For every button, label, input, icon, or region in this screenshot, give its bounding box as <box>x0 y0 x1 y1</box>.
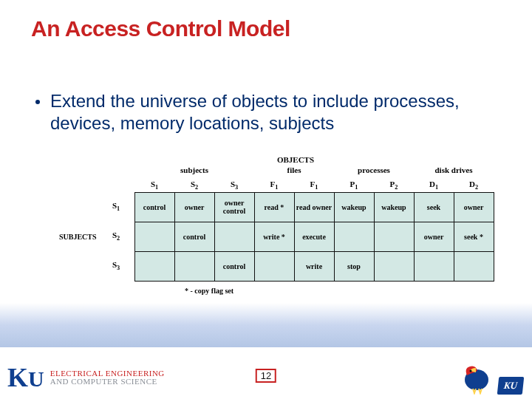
col-header: D2 <box>454 179 494 192</box>
matrix-cell <box>174 251 215 282</box>
matrix-cell <box>414 251 454 282</box>
group-subjects: subjects <box>134 166 254 179</box>
matrix-grid: subjects files processes disk drives S1 … <box>59 166 495 281</box>
matrix-cell <box>334 222 375 252</box>
matrix-cell <box>254 251 295 282</box>
col-header: S2 <box>174 179 214 192</box>
col-header: P2 <box>374 179 414 192</box>
matrix-cell: owner control <box>214 192 255 222</box>
slide-title: An Access Control Model <box>31 16 290 41</box>
col-header: S3 <box>214 179 254 192</box>
matrix-cell <box>374 251 415 282</box>
col-header: F1 <box>254 179 294 192</box>
access-matrix: OBJECTS subjects files processes disk dr… <box>59 155 495 295</box>
bullet-text: Extend the universe of objects to includ… <box>50 90 502 134</box>
matrix-cell: seek <box>414 192 454 222</box>
group-files: files <box>254 166 334 179</box>
row-header: S3 <box>98 260 134 271</box>
matrix-cell <box>454 251 494 282</box>
matrix-cell: write <box>294 251 335 282</box>
matrix-cell: control <box>134 192 175 222</box>
col-header: S1 <box>134 179 174 192</box>
footer-left: KU ELECTRICAL ENGINEERING AND COMPUTER S… <box>7 362 165 393</box>
matrix-footnote: * - copy flag set <box>185 287 495 295</box>
row-header: S2 <box>98 231 134 242</box>
matrix-cell <box>134 251 175 282</box>
matrix-cell: wakeup <box>334 192 375 222</box>
matrix-cell: owner <box>454 192 494 222</box>
matrix-cell: write * <box>254 222 295 252</box>
matrix-cell: execute <box>294 222 335 252</box>
ku-logo-text: KU <box>7 362 44 393</box>
matrix-cell: seek * <box>454 222 494 252</box>
matrix-cell: wakeup <box>374 192 415 222</box>
background-gradient <box>0 303 532 347</box>
col-header: D1 <box>414 179 454 192</box>
matrix-cell: owner <box>174 192 215 222</box>
dept-line2: AND COMPUTER SCIENCE <box>50 378 165 386</box>
matrix-cell <box>134 222 175 252</box>
matrix-cell: read * <box>254 192 295 222</box>
matrix-cell: owner <box>414 222 454 252</box>
slide: An Access Control Model Extend the unive… <box>0 0 532 399</box>
objects-axis-label: OBJECTS <box>96 155 495 164</box>
group-disk-drives: disk drives <box>414 166 494 179</box>
page-number: 12 <box>256 369 276 383</box>
matrix-cell: control <box>214 251 255 282</box>
matrix-cell: control <box>174 222 215 252</box>
bullet-dot-icon <box>35 100 40 104</box>
row-header: S1 <box>98 201 134 212</box>
group-processes: processes <box>334 166 414 179</box>
matrix-cell <box>214 222 255 252</box>
subjects-axis-label: SUBJECTS <box>59 233 98 241</box>
department-name: ELECTRICAL ENGINEERING AND COMPUTER SCIE… <box>50 369 165 386</box>
matrix-cell: stop <box>334 251 375 282</box>
matrix-cell: read owner <box>294 192 335 222</box>
ku-badge: KU <box>497 377 525 395</box>
bullet-item: Extend the universe of objects to includ… <box>35 90 502 134</box>
jayhawk-icon <box>460 361 494 395</box>
footer-right: KU <box>460 361 523 395</box>
matrix-cell <box>374 222 415 252</box>
col-header: P1 <box>334 179 374 192</box>
col-header: F1 <box>294 179 334 192</box>
svg-point-1 <box>470 370 472 372</box>
